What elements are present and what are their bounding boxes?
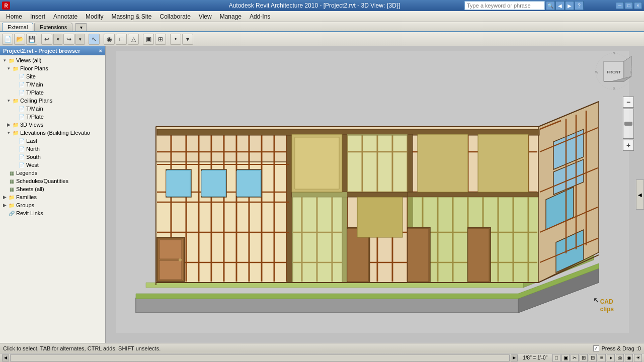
select-button[interactable]: ↖	[89, 34, 100, 45]
detail-button[interactable]: ⊞	[155, 34, 166, 45]
tree-3d-views[interactable]: ▶ 📁 3D Views	[1, 121, 104, 129]
hide-button[interactable]: ⊟	[589, 354, 597, 362]
svg-rect-63	[418, 134, 468, 192]
svg-point-78	[179, 258, 182, 261]
search-next-icon[interactable]: ▶	[565, 1, 574, 10]
zoom-bar[interactable]	[623, 109, 634, 139]
draw-circle-button[interactable]: ◉	[104, 34, 115, 45]
right-panel-toggle[interactable]: ◀	[636, 179, 644, 210]
scroll-left-button[interactable]: ◀	[2, 354, 9, 361]
tree-floor-plans[interactable]: ▾ 📁 Floor Plans	[1, 64, 104, 72]
tree-families[interactable]: ▶ 📁 Families	[1, 193, 104, 201]
view-button[interactable]: ▣	[143, 34, 154, 45]
undo-dropdown[interactable]: ▾	[53, 34, 62, 45]
tree-groups[interactable]: ▶ 📁 Groups	[1, 201, 104, 209]
search-icon[interactable]: 🔍	[546, 1, 555, 10]
menu-home[interactable]: Home	[2, 12, 26, 21]
settings-dropdown[interactable]: ▾	[182, 34, 193, 45]
svg-rect-69	[166, 171, 190, 196]
expand-views-all[interactable]: ▾	[1, 57, 8, 64]
panel-toggle[interactable]: ▾	[75, 23, 87, 31]
tree-legends[interactable]: ▦ Legends	[1, 169, 104, 177]
search-icons: 🔍 ◀ ▶ ?	[546, 1, 584, 10]
tree-revit-links[interactable]: 🔗 Revit Links	[1, 209, 104, 217]
undo-button[interactable]: ↩	[41, 34, 52, 45]
shadows-button[interactable]: ◎	[616, 354, 624, 362]
scroll-right-button[interactable]: ▶	[511, 354, 518, 361]
menu-manage[interactable]: Manage	[216, 12, 246, 21]
redo-button[interactable]: ↪	[63, 34, 74, 45]
tree-sheets[interactable]: ▦ Sheets (all)	[1, 185, 104, 193]
expand-3d-views[interactable]: ▶	[5, 121, 12, 128]
tree-tplate-ceiling[interactable]: 📄 T/Plate	[1, 113, 104, 121]
horizontal-scrollbar[interactable]	[10, 354, 510, 361]
menu-addins[interactable]: Add-Ins	[246, 12, 274, 21]
measure-button[interactable]: •	[170, 34, 181, 45]
draw-rect-button[interactable]: □	[116, 34, 127, 45]
tree-label-ceiling-plans: Ceiling Plans	[20, 98, 52, 104]
thin-lines-button[interactable]: ♦	[607, 354, 615, 362]
tree-west[interactable]: 📄 West	[1, 161, 104, 169]
tree-south[interactable]: 📄 South	[1, 153, 104, 161]
expand-groups[interactable]: ▶	[1, 202, 8, 209]
tab-extensions[interactable]: Extensions	[34, 23, 72, 31]
view-icon-tmain-ceiling: 📄	[18, 105, 25, 112]
building-svg	[116, 51, 629, 333]
expand-families[interactable]: ▶	[1, 194, 8, 201]
viewport[interactable]: FRONT N E S W − + ◀ ↖ CADclips	[106, 46, 644, 343]
expand-floor-plans[interactable]: ▾	[5, 65, 12, 72]
zoom-out-button[interactable]: −	[623, 97, 634, 108]
tree-tmain-floor[interactable]: 📄 T/Main	[1, 80, 104, 88]
tree-site[interactable]: 📄 Site	[1, 72, 104, 80]
tree-tmain-ceiling[interactable]: 📄 T/Main	[1, 105, 104, 113]
render-button[interactable]: ▣	[561, 354, 570, 362]
maximize-button[interactable]: □	[625, 2, 633, 9]
sun-path-button[interactable]: ☀	[634, 354, 642, 362]
menu-annotate[interactable]: Annotate	[49, 12, 82, 21]
menu-view[interactable]: View	[195, 12, 216, 21]
tree-schedules[interactable]: ▦ Schedules/Quantities	[1, 177, 104, 185]
menu-modify[interactable]: Modify	[82, 12, 107, 21]
status-bar: Click to select, TAB for alternates, CTR…	[0, 343, 644, 353]
project-browser: Project2.rvt - Project browser × ▾ 📁 Vie…	[0, 46, 106, 343]
minimize-button[interactable]: ─	[616, 2, 624, 9]
view-cube[interactable]: FRONT N E S W	[594, 51, 634, 92]
menu-insert[interactable]: Insert	[26, 12, 49, 21]
expand-tmain-floor	[11, 81, 18, 88]
new-button[interactable]: 📄	[2, 34, 13, 45]
menu-bar: Home Insert Annotate Modify Massing & Si…	[0, 11, 644, 22]
zoom-in-button[interactable]: +	[623, 140, 634, 151]
tree-north[interactable]: 📄 North	[1, 145, 104, 153]
tree-elevations[interactable]: ▾ 📁 Elevations (Building Elevatio	[1, 129, 104, 137]
project-browser-close[interactable]: ×	[99, 48, 102, 54]
search-help-icon[interactable]: ?	[575, 1, 584, 10]
view-size-button[interactable]: □	[552, 354, 560, 362]
menu-massing[interactable]: Massing & Site	[107, 12, 155, 21]
search-input[interactable]	[464, 1, 545, 10]
tree-label-revit-links: Revit Links	[16, 210, 43, 216]
search-prev-icon[interactable]: ◀	[555, 1, 565, 10]
crop-button[interactable]: ◉	[625, 354, 633, 362]
cad-clips-text: CADclips	[600, 298, 614, 313]
close-button[interactable]: ×	[634, 2, 642, 9]
menu-collaborate[interactable]: Collaborate	[155, 12, 194, 21]
tree-ceiling-plans[interactable]: ▾ 📁 Ceiling Plans	[1, 97, 104, 105]
folder-icon-3d: 📁	[12, 121, 19, 128]
svg-rect-62	[357, 197, 403, 237]
grid-button[interactable]: ⊞	[580, 354, 588, 362]
draw-triangle-button[interactable]: △	[128, 34, 139, 45]
tree-label-north: North	[26, 146, 40, 152]
open-button[interactable]: 📂	[14, 34, 25, 45]
cut-button[interactable]: ✂	[571, 354, 579, 362]
tab-external[interactable]: External	[2, 23, 33, 31]
tree-east[interactable]: 📄 East	[1, 137, 104, 145]
save-button[interactable]: 💾	[26, 34, 37, 45]
tree-views-all[interactable]: ▾ 📁 Views (all)	[1, 56, 104, 64]
detail-lines-button[interactable]: ≡	[598, 354, 606, 362]
view-icon-west: 📄	[18, 161, 25, 168]
press-drag-checkbox[interactable]: ✓	[593, 345, 599, 351]
tree-tplate-floor[interactable]: 📄 T/Plate	[1, 88, 104, 97]
redo-dropdown[interactable]: ▾	[75, 34, 85, 45]
expand-elevations[interactable]: ▾	[5, 129, 12, 136]
expand-ceiling-plans[interactable]: ▾	[5, 97, 12, 104]
